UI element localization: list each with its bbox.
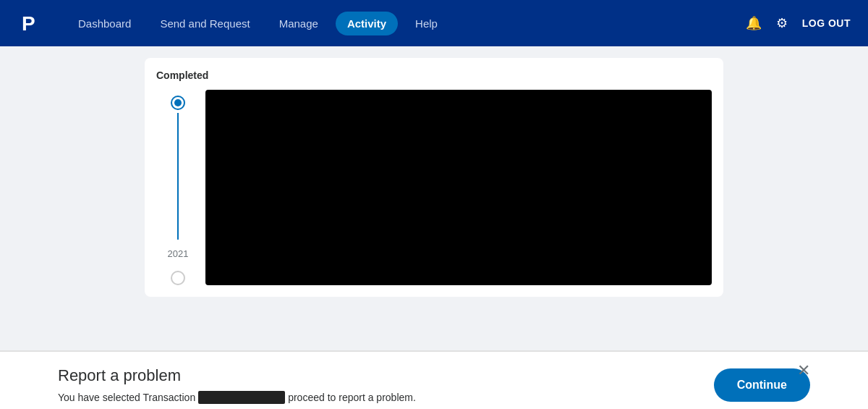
activity-row: 2021 — [156, 90, 712, 285]
bottom-panel: Report a problem You have selected Trans… — [0, 351, 868, 409]
report-desc-suffix: proceed to report a problem. — [288, 392, 416, 403]
report-desc: You have selected Transaction proceed to… — [58, 391, 416, 404]
logout-button[interactable]: LOG OUT — [802, 17, 851, 29]
report-title: Report a problem — [58, 366, 416, 385]
nav-link-send-request[interactable]: Send and Request — [148, 12, 261, 35]
activity-card: Completed 2021 — [145, 58, 723, 297]
nav-links: Dashboard Send and Request Manage Activi… — [67, 12, 723, 35]
main-content: Completed 2021 — [0, 46, 868, 350]
notification-icon[interactable]: 🔔 — [746, 15, 762, 31]
transaction-area — [205, 90, 712, 285]
svg-text:P: P — [22, 12, 35, 35]
completed-label: Completed — [156, 69, 712, 81]
navbar: P Dashboard Send and Request Manage Acti… — [0, 0, 868, 46]
nav-right: 🔔 ⚙ LOG OUT — [746, 15, 851, 31]
bottom-wrapper: ✕ Report a problem You have selected Tra… — [0, 350, 868, 409]
year-label: 2021 — [168, 248, 189, 259]
timeline-line — [177, 113, 179, 240]
year-radio-2021[interactable] — [171, 271, 185, 285]
settings-icon[interactable]: ⚙ — [776, 15, 788, 31]
report-section: Report a problem You have selected Trans… — [58, 366, 416, 404]
paypal-logo: P — [17, 10, 43, 36]
nav-link-manage[interactable]: Manage — [268, 12, 330, 35]
year-column: 2021 — [156, 90, 200, 285]
report-desc-prefix: You have selected Transaction — [58, 392, 195, 403]
year-radio-2022[interactable] — [171, 96, 185, 110]
nav-link-dashboard[interactable]: Dashboard — [67, 12, 142, 35]
nav-link-activity[interactable]: Activity — [336, 12, 398, 35]
nav-link-help[interactable]: Help — [404, 12, 449, 35]
close-button[interactable]: ✕ — [797, 363, 810, 379]
redacted-transaction-id — [198, 391, 285, 404]
continue-button[interactable]: Continue — [714, 368, 810, 402]
